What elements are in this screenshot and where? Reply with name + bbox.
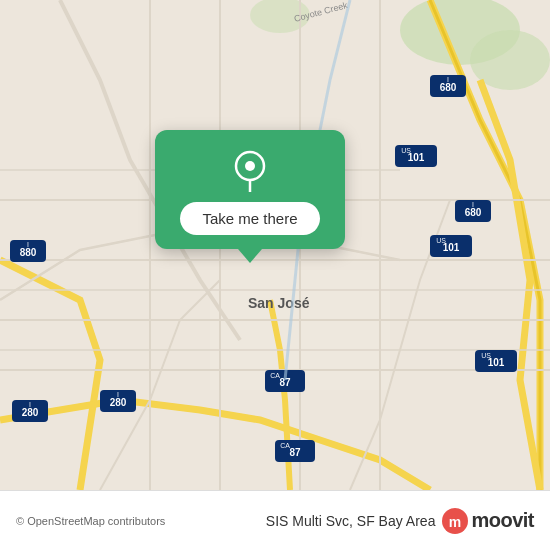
svg-text:680: 680 — [465, 207, 482, 218]
svg-text:US: US — [481, 352, 491, 359]
svg-text:I: I — [472, 201, 474, 208]
svg-text:880: 880 — [20, 247, 37, 258]
svg-text:I: I — [27, 241, 29, 248]
moovit-brand-icon: m — [441, 507, 469, 535]
svg-text:87: 87 — [289, 447, 301, 458]
svg-text:I: I — [117, 391, 119, 398]
svg-point-50 — [245, 161, 255, 171]
svg-text:CA: CA — [270, 372, 280, 379]
location-pin-icon — [228, 148, 272, 192]
svg-text:m: m — [449, 514, 461, 530]
map-container: 680 I 680 I 101 US 101 US 101 US 880 I 2… — [0, 0, 550, 490]
app-info: SIS Multi Svc, SF Bay Area m moovit — [266, 507, 534, 535]
svg-text:280: 280 — [22, 407, 39, 418]
moovit-text: moovit — [471, 509, 534, 532]
svg-text:I: I — [447, 76, 449, 83]
svg-text:San José: San José — [248, 295, 310, 311]
svg-text:680: 680 — [440, 82, 457, 93]
bottom-bar: © OpenStreetMap contributors SIS Multi S… — [0, 490, 550, 550]
svg-text:280: 280 — [110, 397, 127, 408]
map-attribution: © OpenStreetMap contributors — [16, 515, 165, 527]
svg-text:CA: CA — [280, 442, 290, 449]
svg-text:US: US — [436, 237, 446, 244]
moovit-logo: m moovit — [441, 507, 534, 535]
svg-text:US: US — [401, 147, 411, 154]
svg-text:I: I — [29, 401, 31, 408]
app-name-label: SIS Multi Svc, SF Bay Area — [266, 513, 436, 529]
take-me-there-button[interactable]: Take me there — [180, 202, 319, 235]
popup-card: Take me there — [155, 130, 345, 249]
